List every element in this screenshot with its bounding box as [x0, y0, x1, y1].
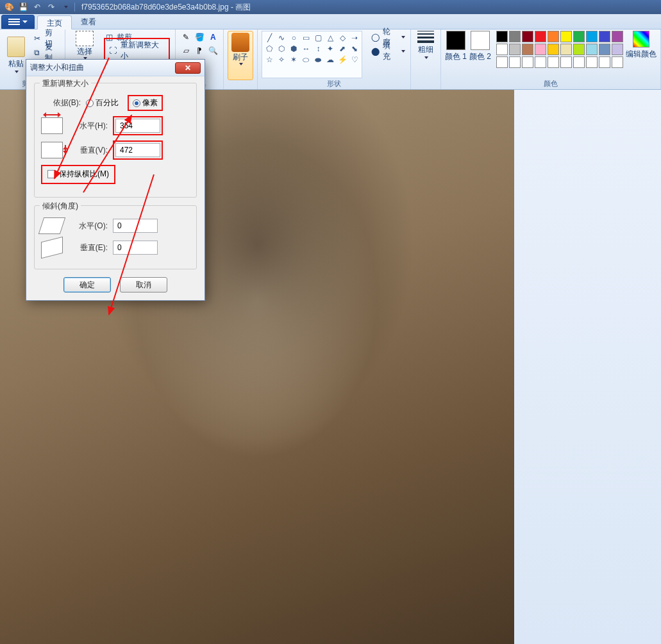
color-swatch[interactable] [509, 56, 521, 68]
group-label: 形状 [262, 78, 406, 89]
legend: 重新调整大小 [40, 78, 91, 89]
radio-pixels[interactable]: 像素 [133, 97, 158, 108]
resize-icon: ⛶ [108, 46, 118, 56]
color-swatch[interactable] [535, 44, 546, 55]
color-swatch[interactable] [535, 31, 546, 42]
vertical-icon [41, 142, 63, 158]
skew-h-label: 水平(O): [68, 221, 108, 232]
shapes-gallery[interactable]: ╱∿○▭▢△◇➝ ⬠⬡⬢↔↕✦⬈⬊ ☆✧✶⬭⬬☁⚡♡ [262, 31, 362, 78]
group-size: 粗细 [411, 30, 441, 89]
color-swatch[interactable] [496, 56, 508, 68]
color-swatch[interactable] [560, 44, 572, 55]
dialog-title: 调整大小和扭曲 [30, 62, 84, 73]
keep-ratio-checkbox[interactable]: 保持纵横比(M) [47, 169, 109, 180]
color-swatch[interactable] [522, 56, 533, 68]
color-swatch[interactable] [612, 44, 623, 55]
legend: 倾斜(角度) [40, 201, 81, 212]
color-swatch[interactable] [612, 56, 623, 68]
color-swatch[interactable] [573, 31, 585, 42]
qat-dropdown-icon[interactable] [59, 1, 72, 13]
color-swatch[interactable] [599, 44, 610, 55]
scissors-icon: ✂ [32, 33, 42, 44]
color-swatch[interactable] [573, 56, 585, 68]
color2-button[interactable]: 颜色 2 [469, 31, 491, 62]
copy-icon: ⧉ [32, 47, 42, 58]
close-button[interactable]: ✕ [175, 62, 201, 74]
color-swatch[interactable] [522, 44, 533, 55]
color-swatch[interactable] [548, 44, 559, 55]
dialog-titlebar[interactable]: 调整大小和扭曲 ✕ [26, 60, 205, 76]
radio-percent[interactable]: 百分比 [86, 97, 119, 108]
palette-row[interactable] [496, 56, 623, 68]
color-swatch[interactable] [599, 31, 610, 42]
resize-fieldset: 重新调整大小 依据(B): 百分比 像素 水平(H): 354 垂直(V): 4… [34, 83, 197, 198]
text-tool[interactable]: A [206, 31, 219, 44]
zoom-tool[interactable]: 🔍 [206, 44, 219, 57]
color1-swatch [446, 31, 465, 50]
copy-button[interactable]: ⧉复制 [31, 46, 62, 59]
skew-v-label: 垂直(E): [68, 242, 108, 253]
color2-swatch [471, 31, 490, 50]
palette-row[interactable] [496, 31, 623, 42]
color-swatch[interactable] [599, 56, 610, 68]
color-swatch[interactable] [560, 56, 572, 68]
group-label: 颜色 [445, 78, 657, 89]
skew-v-icon [41, 237, 63, 258]
resize-skew-dialog: 调整大小和扭曲 ✕ 重新调整大小 依据(B): 百分比 像素 水平(H): 35… [26, 59, 205, 301]
color-swatch[interactable] [612, 31, 623, 42]
ok-button[interactable]: 确定 [63, 277, 111, 292]
skew-v-input[interactable]: 0 [113, 241, 158, 255]
color-swatch[interactable] [509, 44, 521, 55]
redo-icon[interactable]: ↷ [45, 1, 58, 13]
clipboard-icon [7, 37, 25, 57]
color-swatch[interactable] [496, 31, 508, 42]
outline-icon: ◯ [370, 32, 380, 42]
undo-icon[interactable]: ↶ [31, 1, 44, 13]
window-titlebar: 🎨 💾 ↶ ↷ f7953652b068ab78d60e3de5e3a4b0b8… [0, 0, 661, 14]
group-shapes: ╱∿○▭▢△◇➝ ⬠⬡⬢↔↕✦⬈⬊ ☆✧✶⬭⬬☁⚡♡ ◯轮廓 ⬤填充 形状 [258, 30, 411, 89]
vertical-input[interactable]: 472 [115, 143, 160, 157]
window-title: f7953652b068ab78d60e3de5e3a4b0b8.jpg - 画… [81, 2, 251, 13]
by-label: 依据(B): [41, 97, 81, 108]
file-menu-button[interactable] [1, 15, 35, 29]
horizontal-icon [41, 117, 63, 134]
palette-row[interactable] [496, 44, 623, 55]
brush-button[interactable]: 刷子 [228, 31, 253, 80]
resize-button[interactable]: ⛶ 重新调整大小 [103, 44, 171, 57]
fill-icon: ⬤ [370, 46, 380, 56]
color-swatch[interactable] [586, 31, 598, 42]
cancel-button[interactable]: 取消 [120, 277, 167, 292]
horizontal-input[interactable]: 354 [115, 119, 160, 133]
size-icon [417, 31, 434, 43]
color-swatch[interactable] [560, 31, 572, 42]
color-swatch[interactable] [496, 44, 508, 55]
color-swatch[interactable] [522, 31, 533, 42]
color-swatch[interactable] [548, 31, 559, 42]
pencil-tool[interactable]: ✎ [180, 31, 192, 44]
color-swatch[interactable] [535, 56, 546, 68]
rainbow-icon [633, 31, 649, 47]
h-label: 水平(H): [68, 121, 108, 131]
color-swatch[interactable] [586, 56, 598, 68]
tab-view[interactable]: 查看 [72, 15, 105, 29]
skew-fieldset: 倾斜(角度) 水平(O): 0 垂直(E): 0 [34, 205, 197, 269]
color-swatch[interactable] [573, 44, 585, 55]
color1-button[interactable]: 颜色 1 [445, 31, 467, 62]
skew-h-icon [38, 217, 65, 234]
edit-colors-button[interactable]: 编辑颜色 [626, 31, 657, 60]
eraser-tool[interactable]: ▱ [180, 44, 192, 57]
size-button[interactable]: 粗细 [415, 31, 437, 80]
v-label: 垂直(V): [68, 145, 108, 156]
paste-button[interactable]: 粘贴 [4, 31, 28, 78]
select-icon [76, 31, 94, 46]
shape-fill-button[interactable]: ⬤填充 [369, 45, 406, 58]
picker-tool[interactable]: ⁋ [193, 44, 206, 57]
color-swatch[interactable] [548, 56, 559, 68]
group-brushes: 刷子 [224, 30, 258, 89]
app-icon: 🎨 [3, 1, 15, 13]
color-swatch[interactable] [586, 44, 598, 55]
fill-tool[interactable]: 🪣 [193, 31, 206, 44]
save-icon[interactable]: 💾 [17, 1, 29, 13]
color-swatch[interactable] [509, 31, 521, 42]
skew-h-input[interactable]: 0 [113, 219, 158, 233]
